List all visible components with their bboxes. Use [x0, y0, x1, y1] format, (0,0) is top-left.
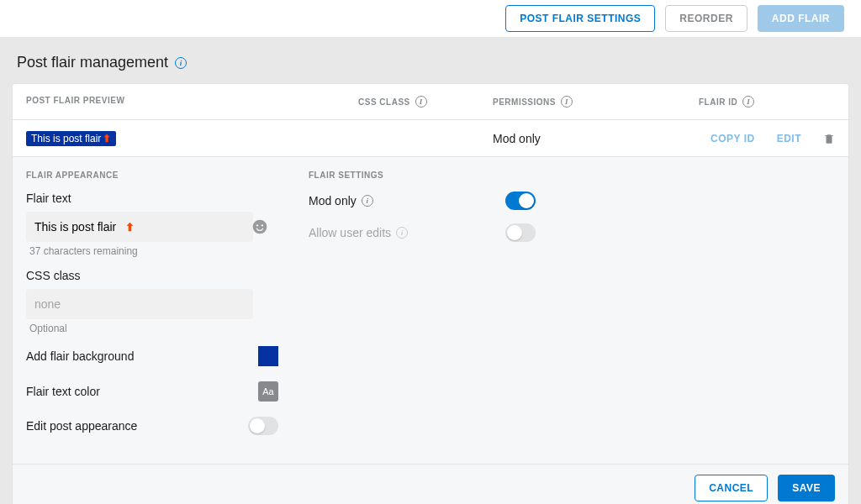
info-icon[interactable]: i: [742, 96, 754, 108]
mod-only-label-text: Mod only: [309, 194, 357, 207]
column-headers: POST FLAIR PREVIEW CSS CLASS i PERMISSIO…: [13, 84, 848, 120]
appearance-header: FLAIR APPEARANCE: [26, 171, 278, 180]
edit-button[interactable]: EDIT: [777, 133, 801, 144]
add-bg-label: Add flair background: [26, 349, 134, 363]
settings-column: FLAIR SETTINGS Mod only i Allow user edi…: [309, 171, 835, 450]
css-class-input-wrap: [26, 289, 278, 319]
flair-editor: FLAIR APPEARANCE Flair text ⬆ 37 charact…: [13, 157, 848, 464]
col-header-css: CSS CLASS i: [358, 96, 493, 108]
allow-user-edits-toggle[interactable]: [505, 223, 536, 242]
flair-pill-text: This is post flair: [31, 133, 101, 144]
flair-permission-cell: Mod only: [493, 132, 699, 145]
page-title: Post flair management: [17, 54, 168, 71]
info-icon[interactable]: i: [415, 96, 427, 108]
trash-icon[interactable]: [823, 132, 835, 145]
edit-post-appearance-row: Edit post appearance: [26, 417, 278, 435]
bg-color-swatch[interactable]: [258, 346, 278, 366]
add-bg-row: Add flair background: [26, 346, 278, 366]
col-header-perm-label: PERMISSIONS: [493, 97, 556, 107]
flair-text-input-wrap: ⬆: [26, 212, 278, 242]
col-header-css-label: CSS CLASS: [358, 97, 410, 107]
reorder-button[interactable]: REORDER: [665, 5, 747, 32]
topbar: POST FLAIR SETTINGS REORDER ADD FLAIR: [0, 0, 861, 37]
upvote-icon: ⬆: [103, 133, 111, 144]
info-icon[interactable]: i: [396, 227, 408, 239]
flair-card: POST FLAIR PREVIEW CSS CLASS i PERMISSIO…: [12, 83, 849, 504]
flair-row-actions: COPY ID EDIT: [699, 132, 835, 145]
add-flair-button[interactable]: ADD FLAIR: [758, 5, 844, 32]
mod-only-label: Mod only i: [309, 194, 373, 207]
text-color-label: Flair text color: [26, 385, 100, 398]
allow-user-edits-row: Allow user edits i: [309, 223, 536, 242]
settings-header: FLAIR SETTINGS: [309, 171, 835, 180]
css-class-label: CSS class: [26, 269, 278, 282]
post-flair-settings-button[interactable]: POST FLAIR SETTINGS: [505, 5, 655, 32]
text-color-swatch[interactable]: Aa: [258, 381, 278, 402]
flair-row[interactable]: This is post flair⬆ Mod only COPY ID EDI…: [13, 120, 848, 157]
col-header-flid-label: FLAIR ID: [699, 97, 737, 107]
col-header-preview: POST FLAIR PREVIEW: [26, 96, 358, 108]
info-icon[interactable]: i: [175, 57, 187, 69]
info-icon[interactable]: i: [362, 195, 373, 207]
flair-preview-cell: This is post flair⬆: [26, 130, 358, 146]
svg-point-2: [261, 224, 263, 226]
mod-only-toggle[interactable]: [505, 192, 536, 210]
edit-post-appearance-toggle[interactable]: [248, 417, 278, 435]
copy-id-button[interactable]: COPY ID: [710, 133, 755, 144]
save-button[interactable]: SAVE: [778, 475, 835, 501]
editor-footer: CANCEL SAVE: [13, 464, 848, 504]
allow-user-edits-label-text: Allow user edits: [309, 226, 391, 239]
svg-point-0: [253, 220, 267, 234]
allow-user-edits-label: Allow user edits i: [309, 226, 408, 239]
appearance-column: FLAIR APPEARANCE Flair text ⬆ 37 charact…: [26, 171, 278, 450]
css-class-helper: Optional: [26, 323, 278, 334]
info-icon[interactable]: i: [561, 96, 573, 108]
text-color-row: Flair text color Aa: [26, 381, 278, 402]
mod-only-row: Mod only i: [309, 192, 536, 210]
flair-pill: This is post flair⬆: [26, 131, 116, 146]
col-header-permissions: PERMISSIONS i: [493, 96, 699, 108]
emoji-icon[interactable]: [251, 218, 268, 235]
page-title-row: Post flair management i: [0, 37, 861, 83]
svg-point-1: [256, 224, 258, 226]
css-class-input[interactable]: [26, 289, 253, 319]
chars-remaining: 37 characters remaining: [26, 245, 278, 257]
flair-text-label: Flair text: [26, 192, 278, 205]
col-header-flair-id: FLAIR ID i: [699, 96, 835, 108]
cancel-button[interactable]: CANCEL: [695, 475, 768, 501]
edit-post-appearance-label: Edit post appearance: [26, 419, 137, 433]
flair-text-input[interactable]: [26, 212, 253, 242]
